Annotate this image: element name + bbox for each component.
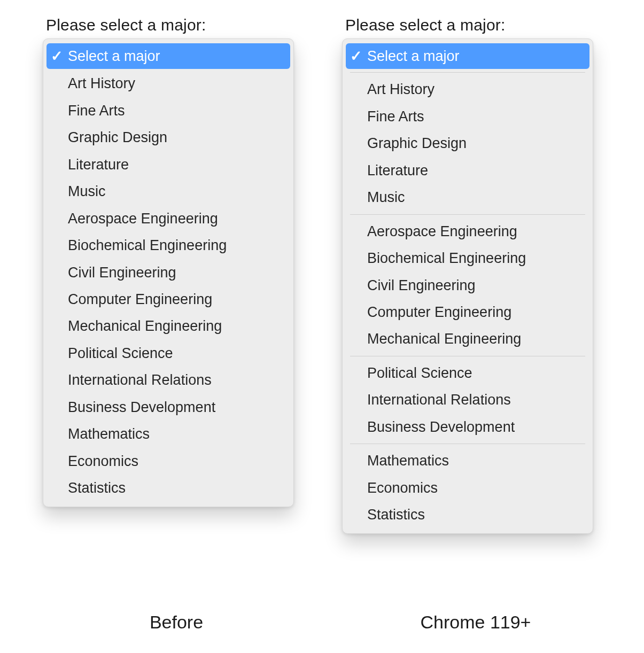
option-label: International Relations <box>367 390 583 409</box>
option-label: Literature <box>367 161 583 180</box>
option-item[interactable]: Art History <box>43 70 293 97</box>
option-label: Art History <box>68 74 284 93</box>
caption-before: Before <box>43 612 310 633</box>
before-column: Please select a major: ✓Select a majorAr… <box>43 16 310 507</box>
option-label: Mechanical Engineering <box>367 329 583 348</box>
option-item[interactable]: Music <box>43 178 293 205</box>
option-label: Political Science <box>68 344 284 363</box>
option-item[interactable]: Fine Arts <box>343 103 593 130</box>
option-label: Mathematics <box>367 451 583 470</box>
option-label: Computer Engineering <box>68 290 284 309</box>
option-item[interactable]: Mechanical Engineering <box>43 313 293 339</box>
select-menu-after[interactable]: ✓Select a majorArt HistoryFine ArtsGraph… <box>342 38 593 534</box>
option-label: Statistics <box>68 478 284 497</box>
option-item[interactable]: Economics <box>343 475 593 501</box>
option-label: Fine Arts <box>367 107 583 126</box>
option-label: Fine Arts <box>68 101 284 120</box>
group-separator <box>350 214 585 215</box>
check-icon: ✓ <box>350 46 367 66</box>
option-item[interactable]: Music <box>343 184 593 211</box>
option-item[interactable]: Art History <box>343 76 593 103</box>
option-item[interactable]: Graphic Design <box>343 130 593 157</box>
option-item[interactable]: Fine Arts <box>43 97 293 124</box>
option-label: Graphic Design <box>68 128 284 147</box>
option-label: Statistics <box>367 505 583 524</box>
select-label-after: Please select a major: <box>345 16 609 34</box>
option-item[interactable]: Literature <box>343 157 593 184</box>
option-label: Select a major <box>367 46 583 66</box>
option-label: Political Science <box>367 363 583 383</box>
option-label: Literature <box>68 155 284 174</box>
option-item[interactable]: Mathematics <box>343 447 593 474</box>
option-label: Select a major <box>68 46 284 66</box>
group-separator <box>350 444 585 444</box>
option-label: Music <box>68 182 284 201</box>
option-label: Biochemical Engineering <box>68 236 284 255</box>
caption-after: Chrome 119+ <box>342 612 609 633</box>
after-column: Please select a major: ✓Select a majorAr… <box>342 16 609 534</box>
option-item[interactable]: Civil Engineering <box>343 272 593 299</box>
option-item[interactable]: Political Science <box>343 360 593 386</box>
option-label: Business Development <box>367 417 583 437</box>
option-item[interactable]: Aerospace Engineering <box>43 205 293 232</box>
option-item[interactable]: Mechanical Engineering <box>343 325 593 352</box>
option-selected[interactable]: ✓Select a major <box>346 43 589 69</box>
option-item[interactable]: Aerospace Engineering <box>343 218 593 245</box>
option-label: Music <box>367 188 583 207</box>
option-item[interactable]: Biochemical Engineering <box>43 232 293 259</box>
option-item[interactable]: Business Development <box>343 414 593 440</box>
option-label: Business Development <box>68 398 284 417</box>
option-label: International Relations <box>68 370 284 390</box>
option-item[interactable]: Business Development <box>43 394 293 421</box>
option-item[interactable]: Statistics <box>343 501 593 528</box>
option-item[interactable]: Political Science <box>43 340 293 367</box>
group-separator <box>350 356 585 356</box>
check-icon: ✓ <box>51 46 68 66</box>
option-label: Computer Engineering <box>367 302 583 322</box>
option-label: Economics <box>367 478 583 497</box>
option-label: Graphic Design <box>367 134 583 153</box>
group-separator <box>350 72 585 73</box>
option-label: Biochemical Engineering <box>367 248 583 268</box>
option-item[interactable]: Computer Engineering <box>43 286 293 313</box>
option-label: Mechanical Engineering <box>68 316 284 336</box>
select-menu-before[interactable]: ✓Select a majorArt HistoryFine ArtsGraph… <box>43 38 294 507</box>
option-label: Aerospace Engineering <box>367 222 583 241</box>
option-item[interactable]: Civil Engineering <box>43 259 293 286</box>
option-label: Economics <box>68 452 284 471</box>
option-item[interactable]: Mathematics <box>43 421 293 447</box>
option-item[interactable]: International Relations <box>43 367 293 393</box>
option-label: Civil Engineering <box>367 276 583 295</box>
option-item[interactable]: Economics <box>43 448 293 475</box>
option-label: Art History <box>367 80 583 99</box>
option-item[interactable]: Computer Engineering <box>343 299 593 325</box>
option-item[interactable]: Biochemical Engineering <box>343 245 593 271</box>
option-label: Mathematics <box>68 424 284 444</box>
option-label: Civil Engineering <box>68 263 284 282</box>
select-label-before: Please select a major: <box>46 16 310 34</box>
option-selected[interactable]: ✓Select a major <box>46 43 290 69</box>
option-item[interactable]: International Relations <box>343 386 593 413</box>
option-item[interactable]: Literature <box>43 151 293 178</box>
option-label: Aerospace Engineering <box>68 209 284 228</box>
option-item[interactable]: Graphic Design <box>43 124 293 151</box>
option-item[interactable]: Statistics <box>43 475 293 501</box>
